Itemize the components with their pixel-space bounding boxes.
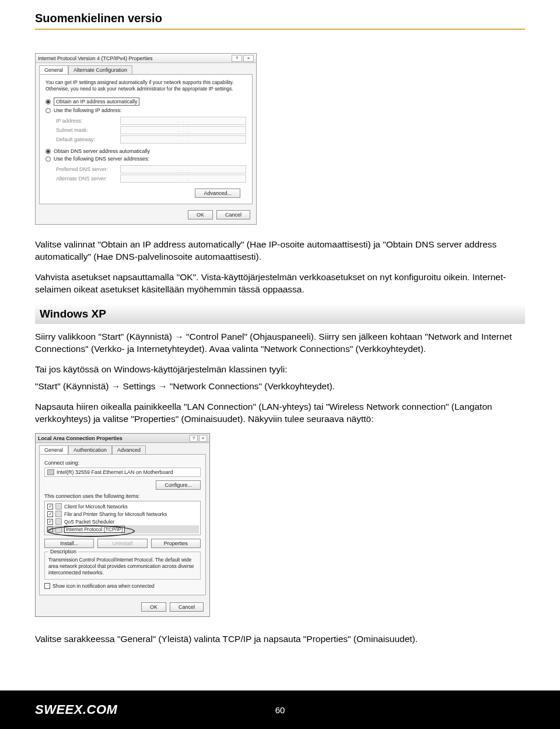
page-footer: SWEEX.COM 60 (0, 690, 560, 729)
paragraph-1: Valitse valinnat "Obtain an IP address a… (35, 239, 525, 263)
input-subnet[interactable]: . . . (120, 126, 246, 134)
dialog-titlebar: Internet Protocol Version 4 (TCP/IPv4) P… (36, 54, 256, 63)
checkbox[interactable] (47, 519, 53, 525)
section-windows-xp: Windows XP (35, 304, 525, 324)
description-text: Transmission Control Protocol/Internet P… (48, 557, 197, 575)
help-icon[interactable]: ? (190, 435, 198, 442)
ipv4-properties-dialog: Internet Protocol Version 4 (TCP/IPv4) P… (35, 53, 257, 225)
cancel-button[interactable]: Cancel (216, 210, 250, 219)
paragraph-4: Tai jos käytössä on Windows-käyttöjärjes… (35, 364, 525, 376)
dialog2-title: Local Area Connection Properties (38, 435, 123, 441)
radio-use-ip[interactable] (46, 108, 51, 113)
input-gateway[interactable]: . . . (120, 135, 246, 144)
label-pref-dns: Preferred DNS server: (56, 166, 120, 172)
label-gateway: Default gateway: (56, 137, 120, 142)
tab-authentication[interactable]: Authentication (68, 445, 112, 454)
device-name: Intel(R) 32559 Fast Ethernet LAN on Moth… (57, 469, 173, 475)
paragraph-3: Siirry valikkoon "Start" (Käynnistä) → "… (35, 331, 525, 355)
dialog2-titlebar: Local Area Connection Properties ? × (36, 434, 209, 443)
arrow-icon: → (111, 381, 121, 391)
brand-logo: SWEEX.COM (35, 702, 117, 717)
item-fileprint: File and Printer Sharing for Microsoft N… (64, 511, 167, 517)
label-subnet: Subnet mask: (56, 127, 120, 133)
service-icon (55, 503, 62, 510)
radio-use-dns[interactable] (46, 156, 51, 162)
explain-text: You can get IP settings assigned automat… (46, 79, 246, 92)
tab-advanced[interactable]: Advanced (112, 445, 146, 454)
paragraph-7: Valitse sarakkeessa "General" (Yleistä) … (35, 633, 525, 646)
paragraph-2: Vahvista asetukset napsauttamalla "OK". … (35, 271, 525, 296)
install-button[interactable]: Install... (44, 539, 94, 548)
close-icon[interactable]: × (199, 435, 207, 442)
radio-use-ip-label: Use the following IP address: (54, 107, 121, 113)
items-list[interactable]: Client for Microsoft Networks File and P… (44, 501, 201, 535)
arrow-icon: → (174, 332, 184, 341)
input-ip[interactable]: . . . (120, 117, 246, 125)
close-icon[interactable]: × (243, 55, 254, 62)
notify-label: Show icon in notification area when conn… (52, 583, 155, 589)
lan-properties-dialog: Local Area Connection Properties ? × Gen… (35, 433, 210, 617)
service-icon (55, 526, 62, 533)
header-rule (35, 29, 525, 30)
help-icon[interactable]: ? (232, 55, 242, 62)
tab-general[interactable]: General (39, 65, 68, 74)
checkbox[interactable] (47, 504, 53, 510)
label-ip: IP address: (56, 118, 120, 124)
device-row: Intel(R) 32559 Fast Ethernet LAN on Moth… (44, 468, 201, 477)
items-label: This connection uses the following items… (44, 493, 201, 499)
paragraph-6: Napsauta hiiren oikealla painikkeella "L… (35, 401, 525, 425)
cancel-button[interactable]: Cancel (170, 602, 204, 612)
advanced-button[interactable]: Advanced... (195, 189, 240, 198)
configure-button[interactable]: Configure... (156, 480, 201, 490)
item-client: Client for Microsoft Networks (64, 504, 128, 510)
tab-general[interactable]: General (39, 445, 68, 454)
ok-button[interactable]: OK (188, 210, 213, 219)
paragraph-5: "Start" (Käynnistä) → Settings → "Networ… (35, 381, 525, 393)
item-tcpip: Internet Protocol (TCP/IP) (64, 526, 125, 533)
checkbox[interactable] (47, 526, 53, 532)
description-group: Description Transmission Control Protoco… (44, 552, 201, 580)
arrow-icon: → (158, 381, 167, 391)
checkbox[interactable] (47, 511, 53, 517)
notify-checkbox[interactable] (44, 583, 50, 589)
connect-using-label: Connect using: (44, 460, 201, 466)
page-number: 60 (275, 705, 285, 715)
radio-obtain-ip-label: Obtain an IP address automatically (54, 97, 139, 106)
uninstall-button[interactable]: Uninstall (97, 539, 147, 548)
radio-obtain-dns-label: Obtain DNS server address automatically (54, 148, 150, 154)
input-alt-dns[interactable]: . . . (120, 175, 246, 183)
item-qos: QoS Packet Scheduler (64, 519, 114, 525)
dialog-title: Internet Protocol Version 4 (TCP/IPv4) P… (38, 55, 153, 61)
radio-use-dns-label: Use the following DNS server addresses: (54, 156, 149, 162)
service-icon (55, 518, 62, 525)
nic-icon (47, 469, 54, 475)
properties-button[interactable]: Properties (151, 539, 201, 548)
label-alt-dns: Alternate DNS server: (56, 176, 120, 182)
description-title: Description (48, 549, 78, 554)
radio-obtain-ip[interactable] (46, 99, 51, 104)
tab-alternate[interactable]: Alternate Configuration (68, 65, 132, 74)
ok-button[interactable]: OK (141, 602, 166, 612)
radio-obtain-dns[interactable] (46, 149, 51, 154)
service-icon (55, 511, 62, 517)
page-header: Suomenkielinen versio (35, 12, 525, 25)
input-pref-dns[interactable]: . . . (120, 165, 246, 173)
